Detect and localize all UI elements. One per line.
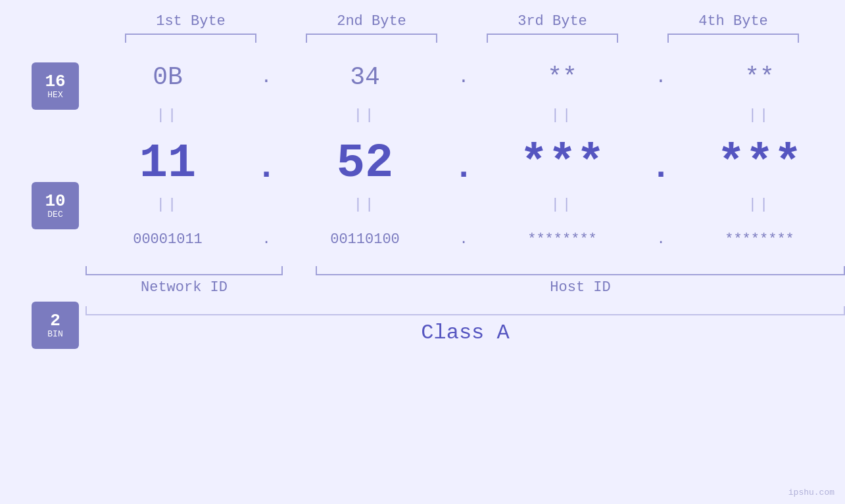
- class-label: Class A: [421, 321, 509, 345]
- dec-badge: 10 DEC: [32, 182, 79, 229]
- hex-b1-cell: 0B: [85, 63, 250, 91]
- hex-b4: **: [744, 63, 775, 91]
- dec-badge-label: DEC: [47, 210, 62, 219]
- hex-data-row: 0B . 34 . ** . **: [85, 51, 845, 103]
- bracket-byte2: [306, 34, 437, 43]
- watermark: ipshu.com: [788, 488, 834, 497]
- data-grid: 0B . 34 . ** . **: [85, 51, 845, 345]
- hex-b2-cell: 34: [283, 63, 447, 91]
- sep1-b3: ||: [480, 107, 644, 124]
- hex-b4-cell: **: [677, 63, 842, 91]
- byte2-header: 2nd Byte: [299, 13, 444, 30]
- hex-badge-number: 16: [45, 72, 65, 91]
- dec-b4: ***: [717, 140, 802, 187]
- host-id-label: Host ID: [316, 279, 845, 296]
- network-id-label: Network ID: [85, 279, 283, 296]
- dec-b1-cell: 11: [85, 140, 250, 187]
- bracket-byte3: [487, 34, 618, 43]
- id-labels-row: Network ID Host ID: [85, 279, 845, 296]
- hex-b2: 34: [350, 63, 380, 91]
- dec-b2-cell: 52: [283, 140, 447, 187]
- top-bracket-row: [101, 34, 824, 43]
- hex-dot3: .: [644, 67, 677, 87]
- bin-b2: 00110100: [330, 231, 400, 248]
- bin-b4-cell: ********: [677, 231, 842, 248]
- sep1-b1: ||: [85, 107, 250, 124]
- dec-b1: 11: [139, 140, 196, 187]
- bin-b1: 00001011: [133, 231, 203, 248]
- bin-dot1: .: [250, 231, 283, 248]
- sep2-b3: ||: [480, 196, 644, 213]
- main-container: 1st Byte 2nd Byte 3rd Byte 4th Byte 16 H…: [0, 0, 845, 504]
- dec-b2: 52: [337, 140, 393, 187]
- sep1-b4: ||: [677, 107, 842, 124]
- dec-dot3: .: [644, 149, 677, 187]
- sep2-b2: ||: [283, 196, 447, 213]
- bracket-byte1: [125, 34, 256, 43]
- byte4-header: 4th Byte: [661, 13, 806, 30]
- sep2-b1: ||: [85, 196, 250, 213]
- bottom-brackets-row: [85, 266, 845, 275]
- sep2-b4: ||: [677, 196, 842, 213]
- bin-b3: ********: [527, 231, 597, 248]
- byte3-header: 3rd Byte: [480, 13, 625, 30]
- bin-b4: ********: [725, 231, 794, 248]
- hex-b3: **: [547, 63, 577, 91]
- network-bracket: [85, 266, 283, 275]
- sep1-b2: ||: [283, 107, 447, 124]
- dec-b4-cell: ***: [677, 140, 842, 187]
- dec-b3: ***: [519, 140, 605, 187]
- sep-row-2: || || || ||: [85, 193, 845, 216]
- dec-b3-cell: ***: [480, 140, 644, 187]
- hex-badge: 16 HEX: [32, 62, 79, 110]
- dec-dot1: .: [250, 149, 283, 187]
- bin-badge-number: 2: [50, 311, 60, 331]
- header-row: 1st Byte 2nd Byte 3rd Byte 4th Byte: [101, 13, 824, 30]
- dec-data-row: 11 . 52 . *** . ***: [85, 127, 845, 193]
- host-bracket: [316, 266, 845, 275]
- hex-b3-cell: **: [480, 63, 644, 91]
- bin-b3-cell: ********: [480, 231, 644, 248]
- bin-badge: 2 BIN: [32, 302, 79, 349]
- content-area: 16 HEX 10 DEC 2 BIN 0B: [0, 51, 845, 349]
- bin-b1-cell: 00001011: [85, 231, 250, 248]
- dec-badge-number: 10: [45, 192, 65, 211]
- hex-dot2: .: [447, 67, 480, 87]
- class-bracket: [85, 306, 845, 315]
- sep-row-1: || || || ||: [85, 103, 845, 127]
- dec-dot2: .: [447, 149, 480, 187]
- bracket-byte4: [667, 34, 799, 43]
- bin-dot3: .: [644, 231, 677, 248]
- byte1-header: 1st Byte: [118, 13, 263, 30]
- hex-dot1: .: [250, 67, 283, 87]
- hex-b1: 0B: [153, 63, 183, 91]
- bin-badge-label: BIN: [47, 330, 62, 339]
- bin-dot2: .: [447, 231, 480, 248]
- hex-badge-label: HEX: [47, 91, 62, 100]
- class-label-row: Class A: [85, 321, 845, 345]
- badges-column: 16 HEX 10 DEC 2 BIN: [32, 51, 79, 349]
- bin-b2-cell: 00110100: [283, 231, 447, 248]
- bin-data-row: 00001011 . 00110100 . ******** .: [85, 216, 845, 262]
